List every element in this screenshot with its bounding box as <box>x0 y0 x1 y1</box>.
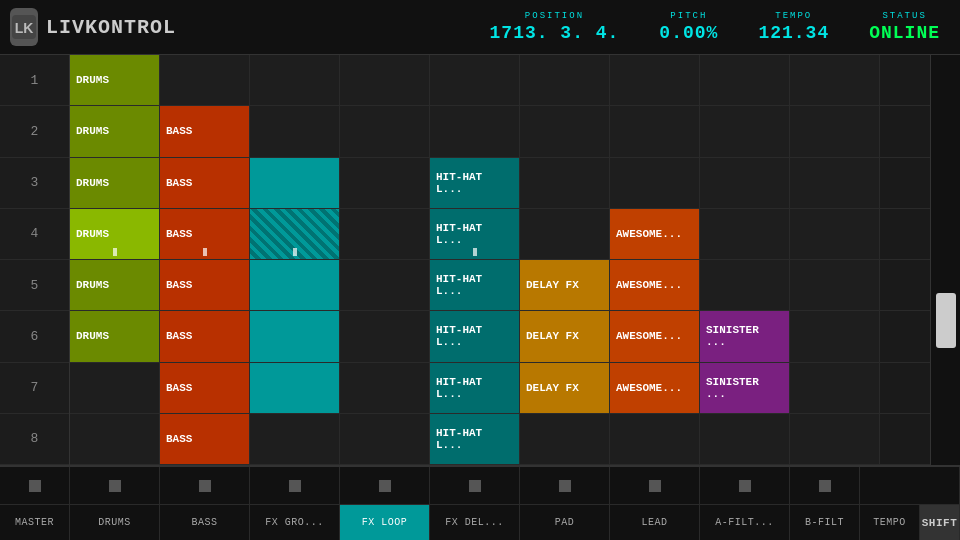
clip-cell-r7-c2[interactable]: BASS <box>160 363 250 413</box>
clip-cell-r2-c2[interactable]: BASS <box>160 106 250 156</box>
transport-btn-drums[interactable] <box>70 467 160 505</box>
clip-cell-r8-c6[interactable] <box>520 414 610 464</box>
clip-cell-r2-c1[interactable]: DRUMS <box>70 106 160 156</box>
clip-cell-r5-c2[interactable]: BASS <box>160 260 250 310</box>
clip-cell-r5-c5[interactable]: HIT-HAT L... <box>430 260 520 310</box>
pitch-label: PITCH <box>659 11 718 21</box>
label-fxdel[interactable]: FX DEL... <box>430 505 520 540</box>
transport-btn-fxgro[interactable] <box>250 467 340 505</box>
transport-btn-bass[interactable] <box>160 467 250 505</box>
transport-btn-bfilt[interactable] <box>790 467 860 505</box>
label-bass[interactable]: BASS <box>160 505 250 540</box>
clip-cell-r7-c3[interactable] <box>250 363 340 413</box>
label-lead[interactable]: LEAD <box>610 505 700 540</box>
label-drums[interactable]: DRUMS <box>70 505 160 540</box>
clip-cell-r1-c7[interactable] <box>610 55 700 105</box>
clip-cell-r7-c7[interactable]: AWESOME... <box>610 363 700 413</box>
clip-cell-r2-c3[interactable] <box>250 106 340 156</box>
clip-cell-r4-c8[interactable] <box>700 209 790 259</box>
clip-cell-r6-c2[interactable]: BASS <box>160 311 250 361</box>
clip-cell-r1-c5[interactable] <box>430 55 520 105</box>
status-stat: STATUS ONLINE <box>869 11 940 43</box>
clip-cell-r4-c7[interactable]: AWESOME... <box>610 209 700 259</box>
clip-cell-r2-c9[interactable] <box>790 106 880 156</box>
clip-cell-r2-c7[interactable] <box>610 106 700 156</box>
clip-cell-r5-c8[interactable] <box>700 260 790 310</box>
transport-btn-fxdel[interactable] <box>430 467 520 505</box>
clip-cell-r8-c2[interactable]: BASS <box>160 414 250 464</box>
transport-btn-lead[interactable] <box>610 467 700 505</box>
clip-cell-r3-c9[interactable] <box>790 158 880 208</box>
clip-cell-r1-c4[interactable] <box>340 55 430 105</box>
clip-cell-r4-c1[interactable]: DRUMS <box>70 209 160 259</box>
clip-cell-r1-c9[interactable] <box>790 55 880 105</box>
clip-cell-r6-c3[interactable] <box>250 311 340 361</box>
transport-btn-master[interactable] <box>0 467 70 505</box>
clip-cell-r1-c2[interactable] <box>160 55 250 105</box>
clip-cell-r7-c5[interactable]: HIT-HAT L... <box>430 363 520 413</box>
transport-btn-pad[interactable] <box>520 467 610 505</box>
clip-cell-r8-c5[interactable]: HIT-HAT L... <box>430 414 520 464</box>
clip-cell-r3-c7[interactable] <box>610 158 700 208</box>
clip-cell-r5-c3[interactable] <box>250 260 340 310</box>
clip-cell-r6-c6[interactable]: DELAY FX <box>520 311 610 361</box>
clip-cell-r4-c4[interactable] <box>340 209 430 259</box>
clip-cell-r7-c6[interactable]: DELAY FX <box>520 363 610 413</box>
clip-cell-r3-c3[interactable] <box>250 158 340 208</box>
clip-cell-r8-c8[interactable] <box>700 414 790 464</box>
clip-cell-r5-c7[interactable]: AWESOME... <box>610 260 700 310</box>
clip-cell-r8-c3[interactable] <box>250 414 340 464</box>
clip-cell-r3-c8[interactable] <box>700 158 790 208</box>
clip-cell-r4-c9[interactable] <box>790 209 880 259</box>
clip-cell-r2-c6[interactable] <box>520 106 610 156</box>
clip-cell-r4-c3[interactable] <box>250 209 340 259</box>
clip-cell-r5-c4[interactable] <box>340 260 430 310</box>
clip-cell-r3-c2[interactable]: BASS <box>160 158 250 208</box>
clip-cell-r1-c6[interactable] <box>520 55 610 105</box>
label-bfilt[interactable]: B-FILT <box>790 505 860 540</box>
transport-btn-afilt[interactable] <box>700 467 790 505</box>
clip-cell-r5-c1[interactable]: DRUMS <box>70 260 160 310</box>
clip-cell-r3-c6[interactable] <box>520 158 610 208</box>
clip-cell-r4-c6[interactable] <box>520 209 610 259</box>
clip-cell-r8-c7[interactable] <box>610 414 700 464</box>
clip-cell-r1-c1[interactable]: DRUMS <box>70 55 160 105</box>
clip-cell-r3-c1[interactable]: DRUMS <box>70 158 160 208</box>
clip-cell-r6-c9[interactable] <box>790 311 880 361</box>
clip-cell-r1-c3[interactable] <box>250 55 340 105</box>
clip-cell-r7-c8[interactable]: SINISTER ... <box>700 363 790 413</box>
clip-cell-r8-c4[interactable] <box>340 414 430 464</box>
clip-cell-r5-c6[interactable]: DELAY FX <box>520 260 610 310</box>
clip-cell-r3-c5[interactable]: HIT-HAT L... <box>430 158 520 208</box>
clip-cell-r6-c4[interactable] <box>340 311 430 361</box>
clip-cell-r2-c4[interactable] <box>340 106 430 156</box>
clip-cell-r5-c9[interactable] <box>790 260 880 310</box>
transport-btn-shift[interactable] <box>860 467 960 505</box>
label-fxloop[interactable]: FX LOOP <box>340 505 430 540</box>
clip-cell-r7-c4[interactable] <box>340 363 430 413</box>
label-tempo[interactable]: TEMPO <box>860 505 920 540</box>
label-master[interactable]: MASTER <box>0 505 70 540</box>
clip-cell-r4-c5[interactable]: HIT-HAT L... <box>430 209 520 259</box>
label-afilt[interactable]: A-FILT... <box>700 505 790 540</box>
right-panel[interactable] <box>930 55 960 465</box>
clip-cell-r1-c8[interactable] <box>700 55 790 105</box>
transport-btn-fxloop[interactable] <box>340 467 430 505</box>
pitch-stat: PITCH 0.00% <box>659 11 718 43</box>
clip-cell-r8-c1[interactable] <box>70 414 160 464</box>
label-fxgro[interactable]: FX GRO... <box>250 505 340 540</box>
clip-cell-r7-c9[interactable] <box>790 363 880 413</box>
clip-cell-r3-c4[interactable] <box>340 158 430 208</box>
clip-cell-r2-c5[interactable] <box>430 106 520 156</box>
clip-cell-r6-c5[interactable]: HIT-HAT L... <box>430 311 520 361</box>
clip-cell-r6-c1[interactable]: DRUMS <box>70 311 160 361</box>
clip-cell-r6-c8[interactable]: SINISTER ... <box>700 311 790 361</box>
label-shift[interactable]: SHIFT <box>920 505 960 540</box>
clip-cell-r8-c9[interactable] <box>790 414 880 464</box>
clip-cell-r2-c8[interactable] <box>700 106 790 156</box>
clip-cell-r4-c2[interactable]: BASS <box>160 209 250 259</box>
scroll-thumb[interactable] <box>936 293 956 348</box>
label-pad[interactable]: PAD <box>520 505 610 540</box>
clip-cell-r6-c7[interactable]: AWESOME... <box>610 311 700 361</box>
clip-cell-r7-c1[interactable] <box>70 363 160 413</box>
